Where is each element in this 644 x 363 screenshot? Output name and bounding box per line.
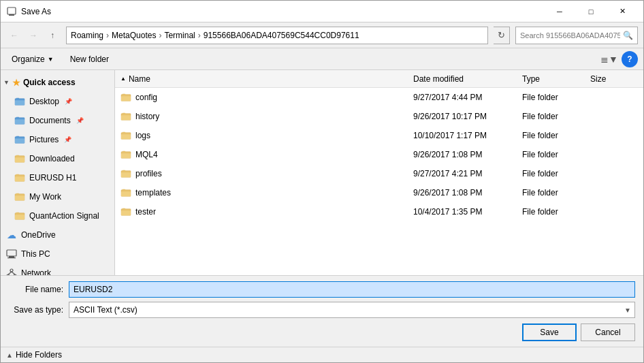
- svg-rect-36: [123, 112, 125, 114]
- savetype-label: Save as type:: [9, 305, 63, 315]
- sidebar-item-label: Downloaded: [29, 154, 75, 163]
- table-row[interactable]: MQL4 9/26/2017 1:08 PM File folder: [115, 145, 643, 164]
- sidebar-item-documents[interactable]: Documents 📌: [1, 111, 114, 130]
- file-date: 9/26/2017 10:17 PM: [413, 112, 522, 121]
- up-button[interactable]: ↑: [44, 27, 61, 44]
- sidebar-item-eurusd[interactable]: EURUSD H1: [1, 168, 114, 187]
- sort-size-button[interactable]: Size: [590, 74, 638, 84]
- svg-rect-1: [9, 14, 14, 16]
- folder-icon: [14, 210, 25, 221]
- sidebar-item-desktop[interactable]: Desktop 📌: [1, 92, 114, 111]
- documents-icon: [14, 115, 25, 126]
- sidebar-item-pictures[interactable]: Pictures 📌: [1, 130, 114, 149]
- minimize-button[interactable]: ─: [544, 1, 575, 22]
- svg-rect-12: [15, 157, 25, 162]
- svg-rect-23: [7, 250, 16, 256]
- file-name: history: [135, 112, 159, 121]
- sidebar-item-quantaction[interactable]: QuantAction Signal: [1, 206, 114, 225]
- sidebar-item-label: Pictures: [29, 135, 59, 144]
- close-button[interactable]: ✕: [607, 1, 638, 22]
- chevron-down-icon: ▼: [3, 79, 10, 86]
- sidebar-item-label: QuantAction Signal: [29, 211, 99, 221]
- view-toggle-button[interactable]: ≣▼: [600, 51, 619, 67]
- table-row[interactable]: profiles 9/27/2017 4:21 PM File folder: [115, 164, 643, 183]
- file-type: File folder: [522, 93, 590, 102]
- file-list: ▲ Name Date modified Type Size: [115, 70, 643, 275]
- save-controls: File name: Save as type: ASCII Text (*.c…: [1, 275, 643, 347]
- svg-rect-25: [7, 257, 16, 258]
- sidebar-item-downloaded[interactable]: Downloaded: [1, 149, 114, 168]
- file-date: 10/10/2017 1:17 PM: [413, 131, 522, 140]
- main-content: ▼ ★ Quick access Desktop 📌: [1, 70, 643, 275]
- crumb-guid: 915566BA06ADA407569C544CC0D97611: [204, 31, 359, 40]
- crumb-metaquotes: MetaQuotes: [112, 31, 156, 40]
- help-button[interactable]: ?: [622, 51, 638, 67]
- sidebar: ▼ ★ Quick access Desktop 📌: [1, 70, 115, 275]
- svg-rect-41: [121, 153, 131, 158]
- file-date: 10/4/2017 1:35 PM: [413, 207, 522, 217]
- folder-icon: [120, 150, 131, 159]
- savetype-row: Save as type: ASCII Text (*.csv) ▼: [9, 302, 635, 318]
- filename-input[interactable]: [69, 281, 635, 298]
- sort-arrow-icon: ▲: [120, 76, 126, 82]
- computer-icon: [6, 249, 17, 259]
- save-button[interactable]: Save: [522, 323, 577, 341]
- folder-icon: [14, 153, 25, 164]
- sort-type-button[interactable]: Type: [522, 74, 590, 84]
- sidebar-item-label: This PC: [21, 249, 50, 259]
- forward-button[interactable]: →: [25, 27, 42, 44]
- file-type: File folder: [522, 188, 590, 198]
- table-row[interactable]: logs 10/10/2017 1:17 PM File folder: [115, 126, 643, 145]
- folder-icon: [120, 93, 131, 102]
- file-type: File folder: [522, 207, 590, 217]
- table-row[interactable]: tester 10/4/2017 1:35 PM File folder: [115, 202, 643, 221]
- svg-rect-33: [123, 93, 125, 95]
- dialog-title: Save As: [21, 7, 544, 16]
- table-row[interactable]: templates 9/26/2017 1:08 PM File folder: [115, 183, 643, 202]
- search-bar: 🔍: [515, 27, 638, 44]
- svg-rect-45: [123, 170, 125, 171]
- table-row[interactable]: config 9/27/2017 4:44 PM File folder: [115, 88, 643, 107]
- sidebar-item-onedrive[interactable]: ☁ OneDrive: [1, 225, 114, 244]
- file-type: File folder: [522, 150, 590, 159]
- view-controls: ≣▼ ?: [600, 51, 638, 67]
- svg-rect-9: [15, 138, 25, 143]
- search-icon: 🔍: [623, 31, 633, 40]
- new-folder-button[interactable]: New folder: [65, 51, 114, 67]
- hide-folders-row[interactable]: ▲ Hide Folders: [1, 347, 643, 362]
- sidebar-section-quick-access[interactable]: ▼ ★ Quick access: [1, 73, 114, 92]
- desktop-icon: [14, 96, 25, 107]
- svg-rect-18: [15, 195, 25, 200]
- star-icon: ★: [12, 78, 20, 88]
- cancel-button[interactable]: Cancel: [581, 323, 635, 341]
- svg-rect-3: [15, 100, 25, 105]
- sidebar-item-label: Network: [21, 268, 51, 275]
- svg-rect-32: [121, 96, 131, 101]
- sidebar-item-thispc[interactable]: This PC: [1, 244, 114, 264]
- svg-rect-6: [15, 119, 25, 124]
- organize-button[interactable]: Organize ▼: [6, 51, 59, 67]
- svg-rect-35: [121, 115, 131, 120]
- svg-rect-15: [15, 176, 25, 181]
- quick-access-label: Quick access: [23, 78, 76, 87]
- crumb-terminal: Terminal: [164, 31, 195, 40]
- table-row[interactable]: history 9/26/2017 10:17 PM File folder: [115, 107, 643, 126]
- sort-date-button[interactable]: Date modified: [413, 74, 522, 84]
- svg-rect-10: [16, 136, 19, 138]
- svg-rect-47: [121, 191, 131, 196]
- search-input[interactable]: [520, 31, 620, 40]
- sidebar-item-mywork[interactable]: My Work: [1, 187, 114, 206]
- sort-name-button[interactable]: ▲ Name: [120, 74, 413, 84]
- address-bar[interactable]: Roaming › MetaQuotes › Terminal › 915566…: [66, 27, 488, 44]
- folder-icon: [14, 172, 25, 183]
- maximize-button[interactable]: □: [575, 1, 607, 22]
- refresh-button[interactable]: ↻: [494, 27, 510, 44]
- action-buttons: Save Cancel: [9, 323, 635, 341]
- back-button[interactable]: ←: [6, 27, 22, 44]
- sidebar-item-network[interactable]: Network: [1, 264, 114, 275]
- savetype-select[interactable]: ASCII Text (*.csv): [69, 302, 635, 318]
- svg-rect-22: [16, 212, 19, 214]
- sidebar-item-label: OneDrive: [21, 230, 56, 240]
- breadcrumb: Roaming › MetaQuotes › Terminal › 915566…: [71, 31, 359, 40]
- savetype-wrapper: ASCII Text (*.csv) ▼: [69, 302, 635, 318]
